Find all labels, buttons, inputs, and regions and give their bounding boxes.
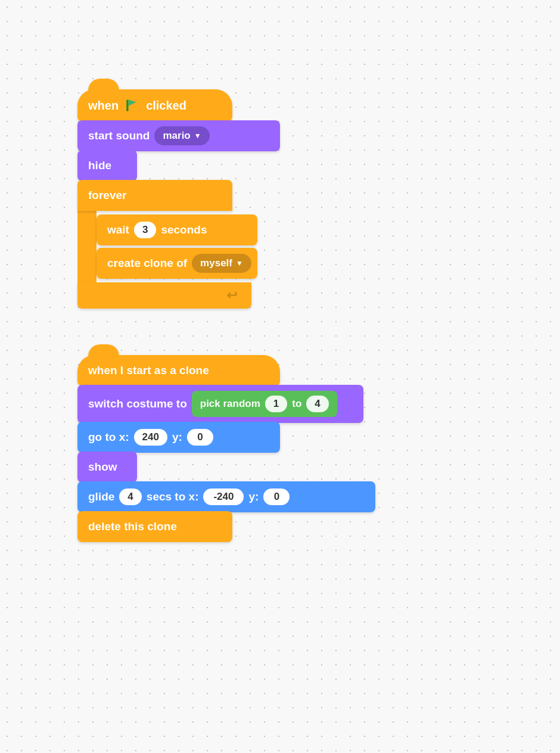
hide-block[interactable]: hide — [77, 150, 137, 181]
wait-block[interactable]: wait 3 seconds — [97, 214, 257, 245]
hide-label: hide — [88, 159, 111, 172]
glide-y-value[interactable]: 0 — [263, 488, 290, 505]
wait-unit: seconds — [161, 223, 207, 237]
pick-random-block[interactable]: pick random 1 to 4 — [192, 391, 337, 417]
delete-clone-label: delete this clone — [88, 520, 177, 533]
sound-dropdown[interactable]: mario ▼ — [154, 126, 209, 145]
switch-costume-label: switch costume to — [88, 397, 187, 410]
forever-label: forever — [88, 189, 126, 202]
clone-value: myself — [200, 257, 232, 269]
start-sound-block[interactable]: start sound mario ▼ — [77, 120, 280, 151]
clone-label: create clone of — [107, 257, 187, 270]
when-label: when — [88, 99, 119, 113]
glide-x-value[interactable]: -240 — [203, 488, 244, 505]
start-sound-label: start sound — [88, 129, 150, 142]
workspace: when clicked start sound mario ▼ hide — [0, 0, 560, 595]
sound-dropdown-arrow: ▼ — [194, 132, 201, 140]
goto-block[interactable]: go to x: 240 y: 0 — [77, 422, 280, 453]
stack-2: when I start as a clone switch costume t… — [77, 355, 375, 542]
goto-x-value[interactable]: 240 — [134, 429, 167, 446]
glide-label: glide — [88, 490, 114, 503]
pick-random-to[interactable]: 4 — [306, 396, 328, 412]
wait-value[interactable]: 3 — [134, 222, 156, 238]
forever-block[interactable]: forever — [77, 180, 232, 211]
loop-arrow-icon: ↩ — [226, 288, 237, 303]
pick-random-label: pick random — [200, 398, 260, 410]
clone-dropdown-arrow: ▼ — [236, 259, 243, 267]
delete-clone-block[interactable]: delete this clone — [77, 511, 232, 542]
pick-random-from[interactable]: 1 — [265, 396, 287, 412]
when-clicked-block[interactable]: when clicked — [77, 89, 232, 122]
forever-loop: forever wait 3 seconds create clone of — [77, 180, 261, 309]
when-clone-block[interactable]: when I start as a clone — [77, 355, 280, 386]
glide-block[interactable]: glide 4 secs to x: -240 y: 0 — [77, 481, 375, 512]
pick-to-label: to — [292, 398, 301, 410]
clone-dropdown[interactable]: myself ▼ — [192, 254, 251, 273]
create-clone-block[interactable]: create clone of myself ▼ — [97, 248, 257, 279]
svg-rect-0 — [126, 99, 128, 111]
clicked-label: clicked — [146, 99, 186, 113]
green-flag-icon — [125, 98, 140, 113]
goto-y-label: y: — [172, 431, 182, 444]
switch-costume-block[interactable]: switch costume to pick random 1 to 4 — [77, 385, 363, 423]
goto-label: go to x: — [88, 431, 129, 444]
show-label: show — [88, 460, 117, 474]
when-clone-label: when I start as a clone — [88, 364, 209, 377]
glide-secs-label: secs to x: — [147, 490, 199, 503]
glide-y-label: y: — [248, 490, 259, 503]
stack-1: when clicked start sound mario ▼ hide — [77, 89, 280, 309]
goto-y-value[interactable]: 0 — [187, 429, 213, 446]
show-block[interactable]: show — [77, 452, 137, 483]
loop-bottom: ↩ — [77, 282, 251, 309]
wait-label: wait — [107, 223, 129, 237]
glide-secs-value[interactable]: 4 — [119, 488, 141, 505]
sound-value: mario — [163, 130, 190, 142]
